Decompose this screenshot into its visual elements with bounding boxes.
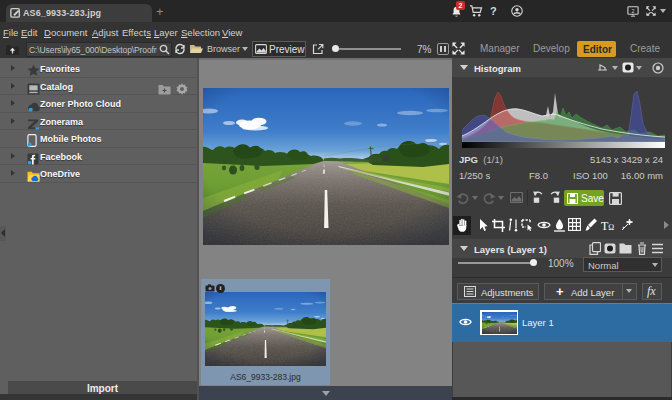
svg-text:2: 2 — [631, 8, 634, 14]
